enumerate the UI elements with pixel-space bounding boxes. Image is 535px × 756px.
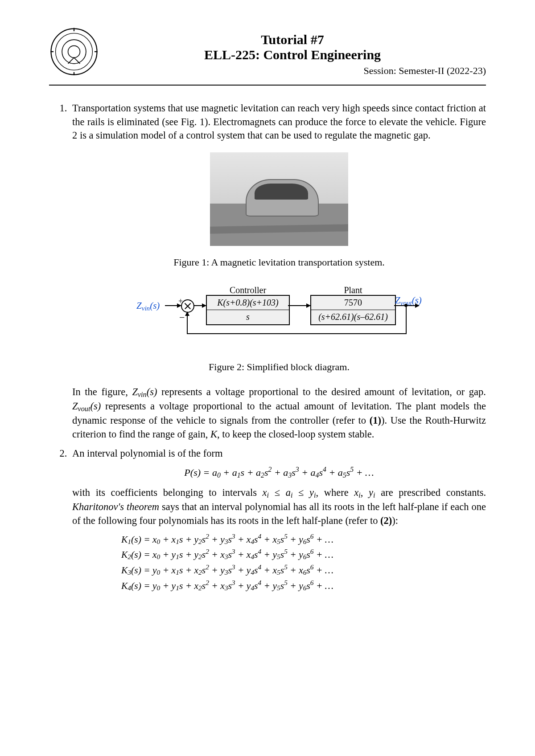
svg-point-1 bbox=[56, 33, 93, 70]
maglev-photo bbox=[210, 152, 348, 246]
figure-2-block-diagram: Zvin(s) + − Controller K(s+0.8)(s+103) s bbox=[136, 281, 422, 354]
session-line: Session: Semester-II (2022-23) bbox=[363, 65, 486, 77]
institute-logo bbox=[49, 27, 99, 77]
plant-block: Plant 7570 (s+62.61)(s–62.61) bbox=[310, 295, 396, 325]
q2-kharitonov-polys: K1(s) = x0 + x1s + y2s2 + y3s3 + x4s4 + … bbox=[121, 531, 486, 593]
problem-1: Transportation systems that use magnetic… bbox=[70, 102, 486, 441]
wire-sum-controller bbox=[193, 305, 206, 306]
q2-mid: with its coefficients belonging to inter… bbox=[72, 486, 486, 527]
q2-K4: K4(s) = y0 + y1s + x2s2 + x3s3 + y4s4 + … bbox=[121, 578, 486, 593]
title-line-2: ELL-225: Control Engineering bbox=[99, 47, 486, 62]
plant-label: Plant bbox=[311, 284, 395, 296]
wire-controller-plant bbox=[288, 305, 310, 306]
svg-point-3 bbox=[68, 46, 80, 58]
output-signal-label: Zvout(s) bbox=[395, 294, 422, 307]
controller-label: Controller bbox=[207, 284, 289, 296]
controller-block: Controller K(s+0.8)(s+103) s bbox=[206, 295, 290, 325]
minus-sign: − bbox=[179, 311, 185, 324]
wire-feedback-down bbox=[406, 306, 407, 334]
title-block: Tutorial #7 ELL-225: Control Engineering bbox=[99, 27, 486, 62]
q2-K1: K1(s) = x0 + x1s + y2s2 + y3s3 + x4s4 + … bbox=[121, 531, 486, 547]
title-line-1: Tutorial #7 bbox=[99, 32, 486, 47]
q2-lead: An interval polynomial is of the form bbox=[72, 447, 486, 461]
q2-K3: K3(s) = y0 + x1s + x2s2 + y3s3 + y4s4 + … bbox=[121, 562, 486, 578]
q2-K2: K2(s) = x0 + y1s + y2s2 + x3s3 + x4s4 + … bbox=[121, 547, 486, 562]
svg-point-2 bbox=[62, 40, 86, 64]
page-header: Tutorial #7 ELL-225: Control Engineering… bbox=[49, 27, 486, 86]
wire-feedback-across bbox=[187, 333, 407, 334]
document-body: Transportation systems that use magnetic… bbox=[49, 102, 486, 593]
problem-2: An interval polynomial is of the form P(… bbox=[70, 447, 486, 593]
q1-para2: In the figure, Zvin(s) represents a volt… bbox=[72, 385, 486, 441]
q2-poly: P(s) = a0 + a1s + a2s2 + a3s3 + a4s4 + a… bbox=[72, 465, 486, 480]
figure-1 bbox=[72, 152, 486, 250]
wire-feedback-up bbox=[187, 312, 188, 334]
input-signal-label: Zvin(s) bbox=[136, 299, 160, 313]
figure-1-caption: Figure 1: A magnetic levitation transpor… bbox=[72, 256, 486, 269]
figure-2-caption: Figure 2: Simplified block diagram. bbox=[72, 360, 486, 374]
svg-point-0 bbox=[51, 29, 97, 74]
q1-intro: Transportation systems that use magnetic… bbox=[72, 102, 486, 143]
